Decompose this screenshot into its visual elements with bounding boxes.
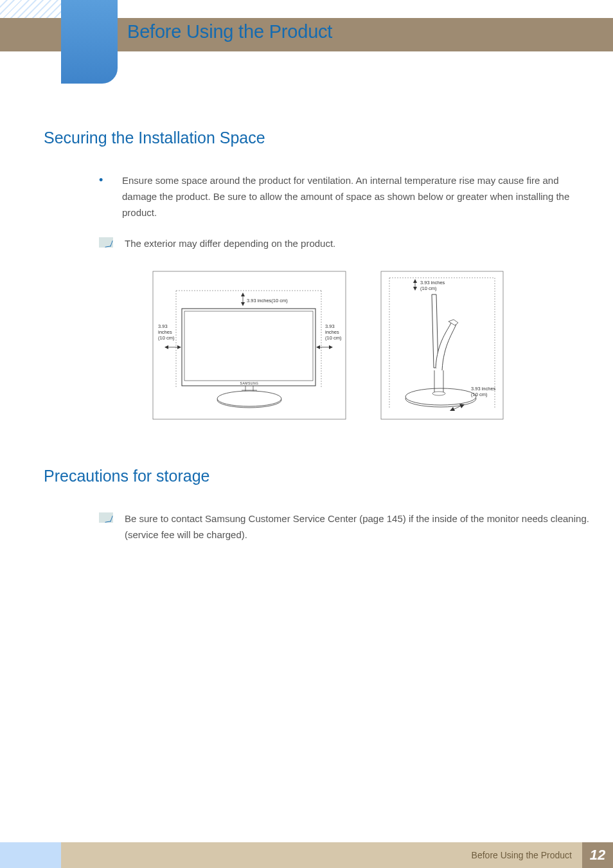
diagram-label-right-3: (10 cm) xyxy=(325,335,342,341)
diagram-label-side-bot-1: 3.93 inches xyxy=(471,386,496,392)
svg-point-31 xyxy=(432,392,445,395)
footer-section-name: Before Using the Product xyxy=(472,842,582,868)
note-text: The exterior may differ depending on the… xyxy=(125,236,335,252)
diagram-label-left-2: inches xyxy=(158,329,172,335)
svg-marker-18 xyxy=(316,345,320,349)
bullet-marker: • xyxy=(99,173,122,221)
diagram-label-right-1: 3.93 xyxy=(325,323,335,329)
diagram-label-top: 3.93 inches(10 cm) xyxy=(247,298,288,303)
page-title: Before Using the Product xyxy=(127,21,332,42)
section-heading-installation: Securing the Installation Space xyxy=(44,129,594,147)
footer-left-stripe xyxy=(0,842,61,868)
svg-marker-16 xyxy=(164,345,168,349)
main-content: Securing the Installation Space • Ensure… xyxy=(44,116,594,556)
note-icon xyxy=(99,512,113,523)
svg-marker-25 xyxy=(413,279,417,283)
bullet-item: • Ensure some space around the product f… xyxy=(99,173,594,221)
svg-marker-15 xyxy=(177,345,181,349)
page-number: 12 xyxy=(582,842,613,868)
svg-point-28 xyxy=(405,388,476,405)
diagram-label-left-3: (10 cm) xyxy=(158,335,175,341)
diagram-label-side-top-2: (10 cm) xyxy=(420,285,437,291)
note-icon xyxy=(99,237,113,248)
note-item: The exterior may differ depending on the… xyxy=(99,236,594,252)
svg-rect-8 xyxy=(184,311,313,381)
left-tab-decoration xyxy=(61,0,118,84)
svg-rect-7 xyxy=(182,309,315,386)
section-heading-storage: Precautions for storage xyxy=(44,467,594,485)
svg-marker-26 xyxy=(413,287,417,291)
svg-marker-19 xyxy=(329,345,333,349)
svg-point-13 xyxy=(217,391,281,406)
diagram-label-side-bot-2: (10 cm) xyxy=(471,392,488,397)
svg-marker-6 xyxy=(241,302,245,306)
diagram-label-right-2: inches xyxy=(325,329,339,335)
note-text-storage: Be sure to contact Samsung Customer Serv… xyxy=(125,511,594,543)
bullet-text: Ensure some space around the product for… xyxy=(122,173,594,221)
note-item-storage: Be sure to contact Samsung Customer Serv… xyxy=(99,511,594,543)
footer-right: Before Using the Product 12 xyxy=(472,842,613,868)
diagram-brand-label: SAMSUNG xyxy=(240,381,259,385)
installation-diagram: 3.93 inches(10 cm) SAMSUNG 3.93 inches (… xyxy=(147,265,594,428)
svg-marker-5 xyxy=(241,293,245,296)
diagram-label-side-top-1: 3.93 inches xyxy=(420,280,445,285)
diagram-label-left-1: 3.93 xyxy=(158,323,168,329)
